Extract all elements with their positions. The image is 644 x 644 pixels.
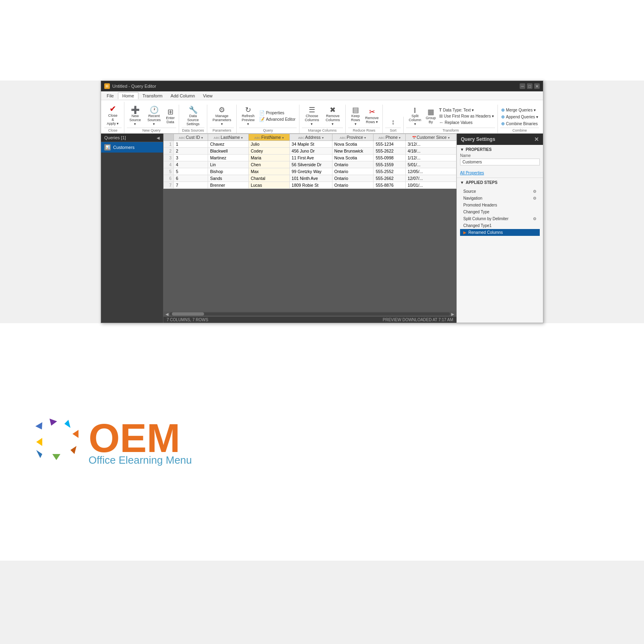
data-grid: ABCCust ID ▾ ABCLastName ▾ ABCFirstName …: [163, 134, 456, 312]
scroll-left-arrow[interactable]: ◀: [164, 312, 170, 316]
cell-since-2: 4/18/...: [405, 148, 456, 155]
merge-queries-button[interactable]: ⊕ Merge Queries ▾: [500, 107, 539, 113]
menu-home[interactable]: Home: [118, 92, 138, 99]
scroll-right-arrow[interactable]: ▶: [450, 312, 456, 316]
col-header-lastname: ABCLastName ▾: [208, 134, 248, 141]
query-item-customers[interactable]: 📊 Customers: [101, 142, 163, 153]
step-promoted-headers[interactable]: Promoted Headers: [460, 202, 540, 208]
step-changed-type[interactable]: Changed Type: [460, 208, 540, 215]
step-split-gear[interactable]: ⚙: [533, 217, 537, 221]
recent-sources-button[interactable]: 🕐 RecentSources ▾: [144, 105, 163, 127]
all-properties-link[interactable]: All Properties: [460, 171, 484, 175]
logo-subtitle: Office Elearning Menu: [89, 454, 192, 466]
logo-arrows-svg: [32, 418, 80, 466]
menu-transform[interactable]: Transform: [138, 93, 167, 99]
enter-data-button[interactable]: ⊞ EnterData: [164, 107, 176, 125]
row-num-6: 6: [164, 175, 174, 182]
settings-panel-close[interactable]: ✕: [534, 136, 539, 142]
svg-marker-4: [52, 454, 60, 460]
replace-values-label: Replace Values: [445, 120, 473, 125]
step-navigation-gear[interactable]: ⚙: [533, 196, 537, 200]
logo-text-container: O E M Office Elearning Menu: [89, 418, 192, 466]
cell-province-6: Ontario: [332, 175, 374, 182]
reduce-rows-group-label: Reduce Rows: [348, 128, 380, 132]
scrollbar-track[interactable]: [170, 312, 450, 316]
remove-columns-button[interactable]: ✖ RemoveColumns ▾: [323, 105, 343, 127]
top-whitespace: [0, 0, 644, 80]
oem-text: O E M: [89, 418, 192, 458]
close-button[interactable]: ✕: [534, 83, 540, 89]
keep-rows-button[interactable]: ▤ KeepRows ▾: [348, 105, 363, 127]
advanced-editor-label: Advanced Editor: [266, 117, 295, 122]
queries-panel-collapse[interactable]: ◀: [157, 136, 160, 140]
minimize-button[interactable]: ─: [520, 83, 525, 89]
menu-add-column[interactable]: Add Column: [167, 93, 199, 99]
menu-view[interactable]: View: [199, 93, 217, 99]
cell-lastname-1: Chavez: [208, 141, 248, 148]
step-source-gear[interactable]: ⚙: [533, 189, 537, 194]
col-header-customer-since: 📅Customer Since ▾: [405, 134, 456, 141]
manage-parameters-label: ManageParameters ▾: [211, 114, 233, 126]
remove-columns-label: RemoveColumns ▾: [324, 114, 341, 126]
menu-file[interactable]: File: [103, 93, 118, 99]
new-source-icon: ➕: [131, 106, 140, 114]
step-changed-type1[interactable]: Changed Type1: [460, 222, 540, 229]
cell-custid-6: 6: [174, 175, 208, 182]
data-source-settings-button[interactable]: 🔧 Data SourceSettings: [182, 105, 204, 127]
step-split-column[interactable]: Split Column by Delimiter ⚙: [460, 215, 540, 222]
new-source-button[interactable]: ➕ NewSource ▾: [127, 105, 144, 127]
manage-parameters-button[interactable]: ⚙ ManageParameters ▾: [210, 105, 234, 127]
cell-firstname-7: Lucas: [248, 182, 289, 189]
ribbon-group-query: ↻ RefreshPreview ▾ 📄 Properties 📝 Advanc…: [237, 105, 299, 133]
cell-custid-1: 1: [174, 141, 208, 148]
row-num-7: 7: [164, 182, 174, 189]
replace-values-button[interactable]: ↔ Replace Values: [438, 120, 495, 125]
choose-columns-button[interactable]: ☰ ChooseColumns ▾: [302, 105, 322, 127]
data-type-button[interactable]: T Data Type: Text ▾: [438, 107, 495, 113]
svg-marker-7: [64, 420, 70, 428]
cell-since-7: 10/01/...: [405, 182, 456, 189]
horizontal-scrollbar[interactable]: ◀ ▶: [163, 312, 456, 316]
cell-phone-6: 555-2662: [374, 175, 405, 182]
cell-firstname-5: Max: [248, 168, 289, 175]
refresh-preview-button[interactable]: ↻ RefreshPreview ▾: [239, 105, 257, 127]
ribbon-group-parameters: ⚙ ManageParameters ▾ Parameters: [208, 105, 237, 133]
enter-data-label: EnterData: [166, 116, 175, 124]
sort-button[interactable]: ↕: [387, 118, 399, 127]
append-queries-button[interactable]: ⊕ Append Queries ▾: [500, 114, 539, 120]
cell-address-7: 1809 Robie St: [289, 182, 332, 189]
table-row: 7 7 Brenner Lucas 1809 Robie St Ontario …: [164, 182, 456, 189]
maximize-button[interactable]: □: [527, 83, 533, 89]
ribbon-group-reduce-rows: ▤ KeepRows ▾ ✂ RemoveRows ▾ Reduce Rows: [347, 105, 383, 133]
combine-group-label: Combine: [500, 128, 539, 132]
name-input[interactable]: [460, 159, 540, 165]
merge-queries-icon: ⊕: [501, 107, 505, 113]
remove-rows-button[interactable]: ✂ RemoveRows ▾: [364, 107, 380, 125]
step-renamed-columns[interactable]: ▶ Renamed Columns: [460, 229, 540, 236]
col-header-address: ABCAddress ▾: [289, 134, 332, 141]
table-row: 2 2 Blackwell Codey 456 Juno Dr New Brun…: [164, 148, 456, 155]
query-customers-icon: 📊: [104, 144, 111, 151]
remove-rows-label: RemoveRows ▾: [365, 116, 379, 124]
advanced-editor-button[interactable]: 📝 Advanced Editor: [258, 116, 297, 122]
properties-button[interactable]: 📄 Properties: [258, 110, 297, 116]
transform-group-label: Transform: [406, 128, 495, 132]
cell-since-3: 1/12/...: [405, 155, 456, 161]
app-icon: ⊞: [104, 83, 110, 89]
title-bar-controls: ─ □ ✕: [520, 83, 540, 89]
cell-province-3: Nova Scotia: [332, 155, 374, 161]
combine-binaries-button[interactable]: ⊕ Combine Binaries: [500, 121, 539, 127]
first-row-headers-button[interactable]: ⊞ Use First Row as Headers ▾: [438, 113, 495, 119]
status-preview-time: PREVIEW DOWNLOADED AT 7:17 AM: [383, 318, 453, 322]
grid-table: ABCCust ID ▾ ABCLastName ▾ ABCFirstName …: [163, 134, 456, 189]
cell-custid-7: 7: [174, 182, 208, 189]
group-by-button[interactable]: ▦ GroupBy: [425, 107, 437, 125]
properties-label: Properties: [266, 111, 285, 115]
step-navigation[interactable]: Navigation ⚙: [460, 195, 540, 202]
new-source-label: NewSource ▾: [128, 114, 142, 126]
step-source[interactable]: Source ⚙: [460, 188, 540, 195]
first-row-headers-icon: ⊞: [439, 114, 443, 119]
split-column-button[interactable]: ⫿ SplitColumn ▾: [406, 105, 423, 127]
scrollbar-thumb[interactable]: [172, 312, 204, 316]
close-apply-button[interactable]: ✔ Close &Apply ▾: [104, 103, 122, 127]
